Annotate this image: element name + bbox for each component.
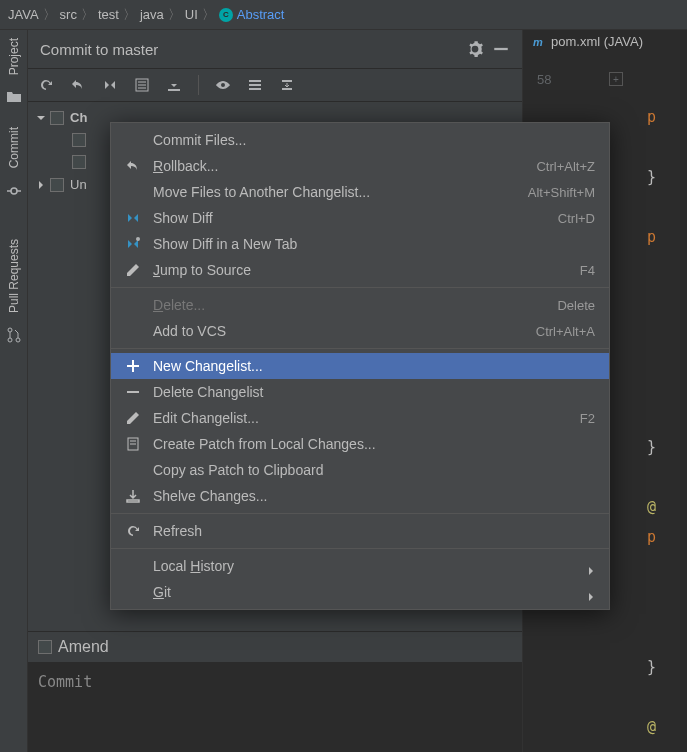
menu-item-delete: Delete...Delete — [111, 292, 609, 318]
submenu-arrow-icon — [587, 588, 595, 596]
checkbox[interactable] — [50, 111, 64, 125]
breadcrumb-item[interactable]: java — [140, 7, 164, 22]
unversioned-label: Un — [70, 177, 87, 192]
folder-icon[interactable] — [6, 89, 22, 105]
rollback-icon — [125, 158, 141, 174]
menu-item-label: Delete... — [153, 297, 557, 313]
menu-item-label: Show Diff in a New Tab — [153, 236, 595, 252]
menu-item-shelve-changes[interactable]: Shelve Changes... — [111, 483, 609, 509]
blank-icon — [125, 584, 141, 600]
menu-item-shortcut: Delete — [557, 298, 595, 313]
diff-icon — [125, 210, 141, 226]
context-menu[interactable]: Commit Files...Rollback...Ctrl+Alt+ZMove… — [110, 122, 610, 610]
menu-item-refresh[interactable]: Refresh — [111, 518, 609, 544]
pull-request-icon[interactable] — [6, 327, 22, 343]
pencil-icon — [125, 262, 141, 278]
diff-icon[interactable] — [102, 77, 118, 93]
commit-message-input[interactable]: Commit — [28, 662, 522, 752]
blank-icon — [125, 323, 141, 339]
group-icon[interactable] — [247, 77, 263, 93]
menu-item-shortcut: Ctrl+Alt+Z — [536, 159, 595, 174]
code-content[interactable]: p } p } @ p } @ p — [641, 72, 687, 752]
menu-item-copy-as-patch-to-clipboard[interactable]: Copy as Patch to Clipboard — [111, 457, 609, 483]
refresh-icon[interactable] — [38, 77, 54, 93]
blank-icon — [125, 558, 141, 574]
commit-icon[interactable] — [6, 183, 22, 199]
breadcrumb-item[interactable]: JAVA — [8, 7, 39, 22]
rollback-icon[interactable] — [70, 77, 86, 93]
shelve-icon[interactable] — [166, 77, 182, 93]
menu-item-delete-changelist[interactable]: Delete Changelist — [111, 379, 609, 405]
menu-item-label: Copy as Patch to Clipboard — [153, 462, 595, 478]
class-icon: C — [219, 8, 233, 22]
menu-item-add-to-vcs[interactable]: Add to VCSCtrl+Alt+A — [111, 318, 609, 344]
menu-item-show-diff-in-a-new-tab[interactable]: Show Diff in a New Tab — [111, 231, 609, 257]
menu-item-move-files-to-another-changelist[interactable]: Move Files to Another Changelist...Alt+S… — [111, 179, 609, 205]
pull-requests-tab[interactable]: Pull Requests — [3, 231, 25, 321]
menu-separator — [111, 287, 609, 288]
checkbox[interactable] — [72, 155, 86, 169]
svg-point-5 — [16, 338, 20, 342]
eye-icon[interactable] — [215, 77, 231, 93]
chevron-right-icon: 〉 — [123, 6, 136, 24]
svg-rect-19 — [127, 391, 139, 393]
menu-item-label: Jump to Source — [153, 262, 580, 278]
menu-item-shortcut: F2 — [580, 411, 595, 426]
collapse-arrow-icon[interactable] — [36, 113, 46, 123]
menu-separator — [111, 348, 609, 349]
menu-item-rollback[interactable]: Rollback...Ctrl+Alt+Z — [111, 153, 609, 179]
menu-item-create-patch-from-local-changes[interactable]: Create Patch from Local Changes... — [111, 431, 609, 457]
menu-item-label: Move Files to Another Changelist... — [153, 184, 528, 200]
shelve-icon — [125, 488, 141, 504]
amend-checkbox[interactable] — [38, 640, 52, 654]
menu-item-label: Git — [153, 584, 587, 600]
menu-item-shortcut: Ctrl+D — [558, 211, 595, 226]
menu-item-label: Commit Files... — [153, 132, 595, 148]
left-sidebar: Project Commit Pull Requests — [0, 30, 28, 752]
breadcrumb-class[interactable]: Abstract — [237, 7, 285, 22]
chevron-right-icon: 〉 — [168, 6, 181, 24]
minimize-icon[interactable] — [492, 40, 510, 58]
amend-row: Amend — [28, 631, 522, 662]
changes-label: Ch — [70, 110, 87, 125]
menu-separator — [111, 548, 609, 549]
toolbar-separator — [198, 75, 199, 95]
changelist-icon[interactable] — [134, 77, 150, 93]
menu-item-jump-to-source[interactable]: Jump to SourceF4 — [111, 257, 609, 283]
menu-item-local-history[interactable]: Local History — [111, 553, 609, 579]
checkbox[interactable] — [50, 178, 64, 192]
expand-arrow-icon[interactable] — [36, 180, 46, 190]
menu-item-label: Create Patch from Local Changes... — [153, 436, 595, 452]
breadcrumb-item[interactable]: src — [60, 7, 77, 22]
gear-icon[interactable] — [466, 40, 484, 58]
svg-point-3 — [8, 328, 12, 332]
breadcrumb-item[interactable]: test — [98, 7, 119, 22]
expand-icon[interactable] — [279, 77, 295, 93]
commit-tab[interactable]: Commit — [3, 119, 25, 176]
project-tab[interactable]: Project — [3, 30, 25, 83]
svg-point-4 — [8, 338, 12, 342]
amend-label[interactable]: Amend — [58, 638, 109, 656]
menu-item-edit-changelist[interactable]: Edit Changelist...F2 — [111, 405, 609, 431]
fold-icon[interactable]: + — [609, 72, 623, 86]
toolbar — [28, 69, 522, 102]
gutter: + — [609, 72, 625, 98]
menu-item-git[interactable]: Git — [111, 579, 609, 605]
blank-icon — [125, 132, 141, 148]
menu-item-label: Edit Changelist... — [153, 410, 580, 426]
patch-icon — [125, 436, 141, 452]
editor-tab[interactable]: m pom.xml (JAVA) — [533, 34, 643, 49]
checkbox[interactable] — [72, 133, 86, 147]
menu-item-new-changelist[interactable]: New Changelist... — [111, 353, 609, 379]
menu-item-show-diff[interactable]: Show DiffCtrl+D — [111, 205, 609, 231]
menu-item-commit-files[interactable]: Commit Files... — [111, 127, 609, 153]
breadcrumb: JAVA 〉 src 〉 test 〉 java 〉 UI 〉 C Abstra… — [0, 0, 687, 30]
plus-icon — [125, 358, 141, 374]
svg-point-18 — [136, 237, 140, 241]
breadcrumb-item[interactable]: UI — [185, 7, 198, 22]
svg-text:m: m — [533, 36, 543, 48]
menu-item-label: Shelve Changes... — [153, 488, 595, 504]
line-number[interactable]: 58 — [537, 72, 551, 87]
editor-tab-label: pom.xml (JAVA) — [551, 34, 643, 49]
svg-point-0 — [11, 188, 17, 194]
